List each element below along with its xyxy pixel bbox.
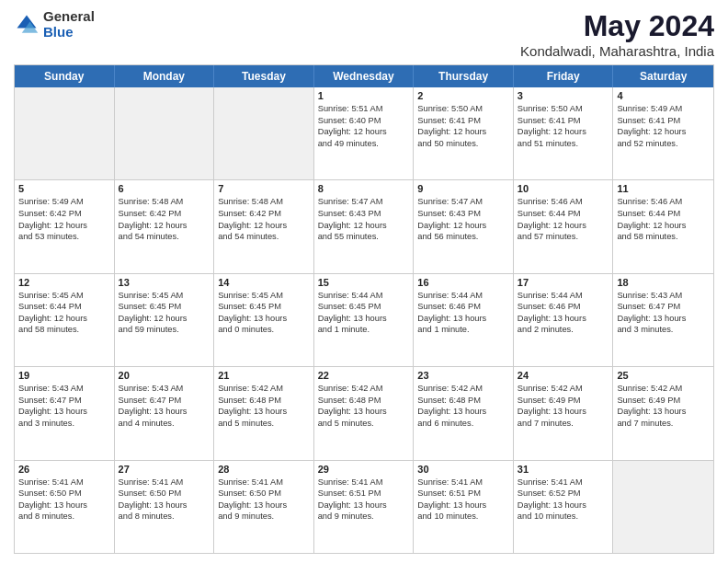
day-number: 16 bbox=[417, 277, 509, 288]
cell-info: Sunrise: 5:47 AM Sunset: 6:43 PM Dayligh… bbox=[417, 196, 509, 242]
col-header-saturday: Saturday bbox=[613, 65, 713, 87]
day-number: 27 bbox=[119, 464, 210, 475]
col-header-sunday: Sunday bbox=[15, 65, 115, 87]
calendar-cell: 14Sunrise: 5:45 AM Sunset: 6:45 PM Dayli… bbox=[214, 274, 314, 366]
cell-info: Sunrise: 5:44 AM Sunset: 6:45 PM Dayligh… bbox=[318, 290, 410, 336]
cell-info: Sunrise: 5:47 AM Sunset: 6:43 PM Dayligh… bbox=[318, 196, 410, 242]
day-number: 31 bbox=[518, 464, 609, 475]
day-number: 6 bbox=[119, 183, 210, 194]
page: General Blue May 2024 Kondalwadi, Mahara… bbox=[0, 0, 728, 563]
day-number: 15 bbox=[318, 277, 410, 288]
day-number: 9 bbox=[417, 183, 509, 194]
calendar-cell: 27Sunrise: 5:41 AM Sunset: 6:50 PM Dayli… bbox=[115, 461, 215, 553]
calendar-cell: 23Sunrise: 5:42 AM Sunset: 6:48 PM Dayli… bbox=[414, 367, 514, 459]
calendar-cell: 17Sunrise: 5:44 AM Sunset: 6:46 PM Dayli… bbox=[514, 274, 614, 366]
cell-info: Sunrise: 5:49 AM Sunset: 6:42 PM Dayligh… bbox=[18, 196, 110, 242]
cell-info: Sunrise: 5:48 AM Sunset: 6:42 PM Dayligh… bbox=[119, 196, 210, 242]
main-title: May 2024 bbox=[520, 9, 714, 43]
calendar-row-3: 19Sunrise: 5:43 AM Sunset: 6:47 PM Dayli… bbox=[15, 367, 713, 460]
cell-info: Sunrise: 5:46 AM Sunset: 6:44 PM Dayligh… bbox=[617, 196, 710, 242]
day-number: 13 bbox=[119, 277, 210, 288]
day-number: 7 bbox=[218, 183, 310, 194]
day-number: 26 bbox=[18, 464, 110, 475]
day-number: 30 bbox=[417, 464, 509, 475]
calendar-cell: 13Sunrise: 5:45 AM Sunset: 6:45 PM Dayli… bbox=[115, 274, 215, 366]
calendar-cell bbox=[15, 87, 115, 179]
cell-info: Sunrise: 5:41 AM Sunset: 6:50 PM Dayligh… bbox=[18, 477, 110, 523]
cell-info: Sunrise: 5:41 AM Sunset: 6:51 PM Dayligh… bbox=[318, 477, 410, 523]
cell-info: Sunrise: 5:41 AM Sunset: 6:50 PM Dayligh… bbox=[218, 477, 310, 523]
cell-info: Sunrise: 5:42 AM Sunset: 6:49 PM Dayligh… bbox=[617, 383, 710, 429]
calendar-cell bbox=[115, 87, 215, 179]
calendar-cell: 11Sunrise: 5:46 AM Sunset: 6:44 PM Dayli… bbox=[613, 180, 713, 272]
calendar-cell: 30Sunrise: 5:41 AM Sunset: 6:51 PM Dayli… bbox=[414, 461, 514, 553]
day-number: 24 bbox=[518, 370, 609, 381]
logo-text: General Blue bbox=[43, 9, 95, 40]
cell-info: Sunrise: 5:43 AM Sunset: 6:47 PM Dayligh… bbox=[18, 383, 110, 429]
cell-info: Sunrise: 5:41 AM Sunset: 6:52 PM Dayligh… bbox=[518, 477, 609, 523]
calendar-cell: 28Sunrise: 5:41 AM Sunset: 6:50 PM Dayli… bbox=[214, 461, 314, 553]
calendar-cell: 18Sunrise: 5:43 AM Sunset: 6:47 PM Dayli… bbox=[613, 274, 713, 366]
calendar-cell: 5Sunrise: 5:49 AM Sunset: 6:42 PM Daylig… bbox=[15, 180, 115, 272]
cell-info: Sunrise: 5:50 AM Sunset: 6:41 PM Dayligh… bbox=[417, 103, 509, 149]
cell-info: Sunrise: 5:42 AM Sunset: 6:48 PM Dayligh… bbox=[218, 383, 310, 429]
col-header-monday: Monday bbox=[115, 65, 215, 87]
day-number: 18 bbox=[617, 277, 710, 288]
calendar-cell: 31Sunrise: 5:41 AM Sunset: 6:52 PM Dayli… bbox=[514, 461, 614, 553]
logo: General Blue bbox=[14, 9, 95, 40]
day-number: 25 bbox=[617, 370, 710, 381]
calendar-cell: 21Sunrise: 5:42 AM Sunset: 6:48 PM Dayli… bbox=[214, 367, 314, 459]
calendar-row-4: 26Sunrise: 5:41 AM Sunset: 6:50 PM Dayli… bbox=[15, 461, 713, 553]
calendar-cell: 9Sunrise: 5:47 AM Sunset: 6:43 PM Daylig… bbox=[414, 180, 514, 272]
logo-general-label: General bbox=[43, 9, 95, 25]
cell-info: Sunrise: 5:48 AM Sunset: 6:42 PM Dayligh… bbox=[218, 196, 310, 242]
cell-info: Sunrise: 5:51 AM Sunset: 6:40 PM Dayligh… bbox=[318, 103, 410, 149]
calendar-cell: 8Sunrise: 5:47 AM Sunset: 6:43 PM Daylig… bbox=[314, 180, 415, 272]
col-header-wednesday: Wednesday bbox=[314, 65, 415, 87]
subtitle: Kondalwadi, Maharashtra, India bbox=[520, 43, 714, 59]
calendar-cell: 1Sunrise: 5:51 AM Sunset: 6:40 PM Daylig… bbox=[314, 87, 415, 179]
calendar-row-0: 1Sunrise: 5:51 AM Sunset: 6:40 PM Daylig… bbox=[15, 87, 713, 180]
day-number: 2 bbox=[417, 90, 509, 101]
day-number: 5 bbox=[18, 183, 110, 194]
cell-info: Sunrise: 5:44 AM Sunset: 6:46 PM Dayligh… bbox=[518, 290, 609, 336]
cell-info: Sunrise: 5:44 AM Sunset: 6:46 PM Dayligh… bbox=[417, 290, 509, 336]
day-number: 10 bbox=[518, 183, 609, 194]
day-number: 12 bbox=[18, 277, 110, 288]
calendar-row-2: 12Sunrise: 5:45 AM Sunset: 6:44 PM Dayli… bbox=[15, 274, 713, 367]
day-number: 22 bbox=[318, 370, 410, 381]
cell-info: Sunrise: 5:42 AM Sunset: 6:48 PM Dayligh… bbox=[417, 383, 509, 429]
calendar-body: 1Sunrise: 5:51 AM Sunset: 6:40 PM Daylig… bbox=[15, 87, 713, 553]
col-header-tuesday: Tuesday bbox=[214, 65, 314, 87]
calendar-cell: 24Sunrise: 5:42 AM Sunset: 6:49 PM Dayli… bbox=[514, 367, 614, 459]
cell-info: Sunrise: 5:49 AM Sunset: 6:41 PM Dayligh… bbox=[617, 103, 710, 149]
calendar-cell: 20Sunrise: 5:43 AM Sunset: 6:47 PM Dayli… bbox=[115, 367, 215, 459]
cell-info: Sunrise: 5:50 AM Sunset: 6:41 PM Dayligh… bbox=[518, 103, 609, 149]
header: General Blue May 2024 Kondalwadi, Mahara… bbox=[14, 9, 714, 59]
day-number: 11 bbox=[617, 183, 710, 194]
day-number: 4 bbox=[617, 90, 710, 101]
cell-info: Sunrise: 5:42 AM Sunset: 6:49 PM Dayligh… bbox=[518, 383, 609, 429]
calendar-cell: 15Sunrise: 5:44 AM Sunset: 6:45 PM Dayli… bbox=[314, 274, 415, 366]
calendar-cell: 7Sunrise: 5:48 AM Sunset: 6:42 PM Daylig… bbox=[214, 180, 314, 272]
day-number: 17 bbox=[518, 277, 609, 288]
calendar-cell bbox=[214, 87, 314, 179]
calendar-cell: 3Sunrise: 5:50 AM Sunset: 6:41 PM Daylig… bbox=[514, 87, 614, 179]
calendar-cell: 12Sunrise: 5:45 AM Sunset: 6:44 PM Dayli… bbox=[15, 274, 115, 366]
day-number: 28 bbox=[218, 464, 310, 475]
calendar-row-1: 5Sunrise: 5:49 AM Sunset: 6:42 PM Daylig… bbox=[15, 180, 713, 273]
day-number: 14 bbox=[218, 277, 310, 288]
day-number: 21 bbox=[218, 370, 310, 381]
calendar-cell: 16Sunrise: 5:44 AM Sunset: 6:46 PM Dayli… bbox=[414, 274, 514, 366]
calendar-cell: 2Sunrise: 5:50 AM Sunset: 6:41 PM Daylig… bbox=[414, 87, 514, 179]
calendar-cell: 29Sunrise: 5:41 AM Sunset: 6:51 PM Dayli… bbox=[314, 461, 415, 553]
day-number: 23 bbox=[417, 370, 509, 381]
calendar-cell: 22Sunrise: 5:42 AM Sunset: 6:48 PM Dayli… bbox=[314, 367, 415, 459]
calendar-cell bbox=[613, 461, 713, 553]
calendar-cell: 25Sunrise: 5:42 AM Sunset: 6:49 PM Dayli… bbox=[613, 367, 713, 459]
cell-info: Sunrise: 5:45 AM Sunset: 6:45 PM Dayligh… bbox=[218, 290, 310, 336]
logo-icon bbox=[14, 12, 40, 38]
cell-info: Sunrise: 5:43 AM Sunset: 6:47 PM Dayligh… bbox=[617, 290, 710, 336]
day-number: 8 bbox=[318, 183, 410, 194]
cell-info: Sunrise: 5:41 AM Sunset: 6:50 PM Dayligh… bbox=[119, 477, 210, 523]
